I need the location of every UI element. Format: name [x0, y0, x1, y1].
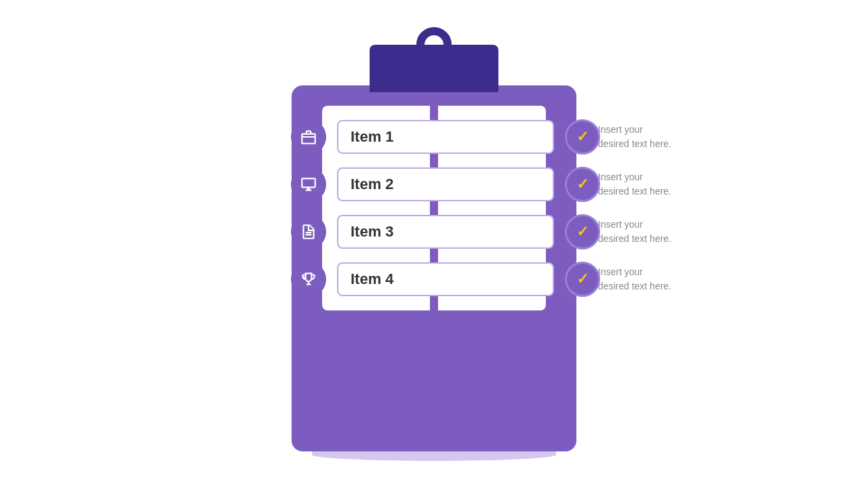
check-circle-1: ✓: [565, 119, 600, 155]
description-3: Insert yourdesired text here.: [598, 218, 671, 246]
checkmark-3: ✓: [576, 223, 589, 241]
check-circle-2: ✓: [565, 167, 600, 202]
item-label-2[interactable]: Item 2: [337, 167, 554, 201]
clipboard-clip: [370, 27, 498, 92]
clip-ring: [416, 27, 452, 62]
clipboard-wrapper: Item 1 ✓ Insert yourdesired text here. I…: [292, 27, 576, 461]
checklist-row: Item 4 ✓ Insert yourdesired text here.: [322, 262, 546, 297]
description-4: Insert yourdesired text here.: [598, 265, 671, 293]
checkmark-4: ✓: [576, 270, 589, 288]
scene: Item 1 ✓ Insert yourdesired text here. I…: [163, 14, 705, 474]
checklist-row: Item 2 ✓ Insert yourdesired text here.: [322, 167, 546, 202]
icon-circle-4: [291, 262, 326, 297]
checklist-row: Item 3 ✓ Insert yourdesired text here.: [322, 214, 546, 249]
checkmark-1: ✓: [576, 128, 589, 146]
clipboard-board: Item 1 ✓ Insert yourdesired text here. I…: [292, 85, 576, 451]
clipboard-paper: Item 1 ✓ Insert yourdesired text here. I…: [322, 106, 546, 310]
checklist-row: Item 1 ✓ Insert yourdesired text here.: [322, 119, 546, 155]
icon-circle-2: [291, 167, 326, 202]
item-label-3[interactable]: Item 3: [337, 215, 554, 249]
item-label-4[interactable]: Item 4: [337, 262, 554, 296]
description-2: Insert yourdesired text here.: [598, 170, 671, 199]
checkmark-2: ✓: [576, 176, 589, 193]
checklist-rows: Item 1 ✓ Insert yourdesired text here. I…: [322, 119, 546, 297]
icon-circle-3: [291, 214, 326, 249]
icon-circle-1: [291, 119, 326, 155]
check-circle-4: ✓: [565, 262, 600, 297]
item-label-1[interactable]: Item 1: [337, 120, 554, 154]
description-1: Insert yourdesired text here.: [598, 123, 671, 151]
check-circle-3: ✓: [565, 214, 600, 249]
